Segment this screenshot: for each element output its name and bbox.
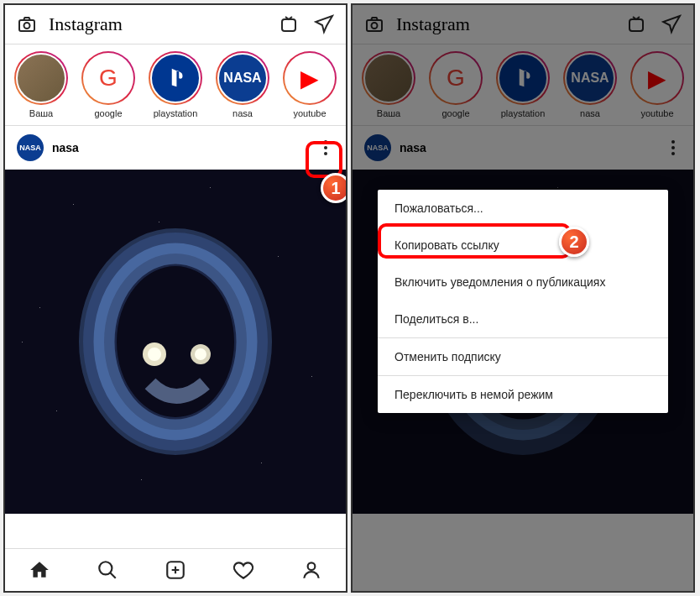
svg-point-1 — [24, 23, 30, 29]
story-label: Ваша — [29, 108, 53, 118]
search-icon[interactable] — [97, 559, 118, 581]
svg-point-9 — [195, 348, 206, 360]
story-label: playstation — [154, 108, 198, 118]
annotation-badge-1: 1 — [321, 173, 347, 203]
post-username[interactable]: nasa — [52, 141, 317, 154]
svg-point-10 — [99, 562, 112, 574]
stories-tray: Ваша G google playstation NASA nasa ▶ yo… — [5, 44, 346, 126]
post-header: NASA nasa — [5, 126, 346, 170]
post-avatar[interactable]: NASA — [17, 134, 44, 161]
app-logo: Instagram — [49, 13, 264, 35]
svg-rect-0 — [19, 20, 34, 31]
story-label: nasa — [232, 108, 253, 118]
menu-item-copy-link[interactable]: Копировать ссылку — [378, 227, 668, 264]
phone-left: Instagram Ваша G google playstation NASA… — [3, 3, 347, 593]
story-nasa[interactable]: NASA nasa — [212, 51, 274, 118]
dm-icon[interactable] — [314, 14, 334, 34]
svg-rect-2 — [282, 19, 295, 31]
avatar-icon — [150, 53, 201, 103]
igtv-icon[interactable] — [279, 14, 299, 34]
annotation-badge-2: 2 — [559, 227, 589, 257]
camera-icon[interactable] — [17, 14, 37, 34]
context-menu: Пожаловаться... Копировать ссылку Включи… — [378, 190, 668, 413]
svg-point-5 — [100, 249, 251, 434]
profile-icon[interactable] — [300, 559, 322, 581]
activity-icon[interactable] — [232, 559, 254, 581]
story-vasha[interactable]: Ваша — [10, 51, 72, 118]
story-google[interactable]: G google — [77, 51, 139, 118]
story-label: google — [94, 108, 122, 118]
add-post-icon[interactable] — [165, 559, 186, 581]
phone-right: Instagram Ваша G google playstation NASA… — [351, 3, 695, 593]
story-youtube[interactable]: ▶ youtube — [279, 51, 341, 118]
header: Instagram — [5, 5, 346, 44]
avatar-icon: G — [83, 53, 133, 103]
svg-point-12 — [308, 562, 316, 570]
menu-item-unfollow[interactable]: Отменить подписку — [378, 338, 668, 375]
post-image[interactable] — [5, 170, 346, 514]
avatar-icon: ▶ — [285, 53, 335, 103]
story-label: youtube — [293, 108, 326, 118]
avatar-icon — [16, 53, 66, 103]
menu-item-notifications[interactable]: Включить уведомления о публикациях — [378, 264, 668, 301]
galaxy-image — [66, 216, 285, 468]
menu-item-share[interactable]: Поделиться в... — [378, 301, 668, 337]
bottom-nav — [5, 548, 346, 591]
menu-item-mute[interactable]: Переключить в немой режим — [378, 376, 668, 413]
home-icon[interactable] — [29, 559, 50, 581]
story-playstation[interactable]: playstation — [144, 51, 206, 118]
more-options-button[interactable] — [317, 139, 334, 156]
menu-item-report[interactable]: Пожаловаться... — [378, 190, 668, 227]
svg-point-7 — [148, 348, 161, 361]
avatar-icon: NASA — [217, 53, 268, 103]
